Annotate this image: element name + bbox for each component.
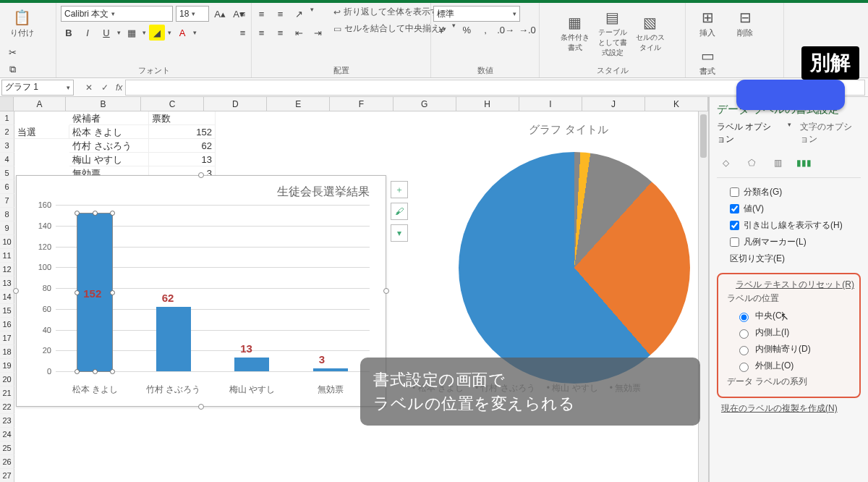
clone-current-link[interactable]: 現在のラベルの複製を作成(N) [717, 398, 861, 415]
col-head-F[interactable]: F [330, 97, 393, 111]
vertical-scrollbar[interactable] [698, 111, 708, 482]
underline-button[interactable]: U [98, 25, 114, 41]
chk-leader-input[interactable] [730, 221, 739, 230]
align-top-icon[interactable]: ≡ [235, 6, 251, 22]
col-head-A[interactable]: A [14, 97, 66, 111]
select-all-corner[interactable] [0, 97, 14, 111]
format-as-table-button[interactable]: ▤ テーブルとして書式設定 [595, 6, 630, 61]
row-head-4[interactable]: 4 [0, 153, 14, 166]
row-head-1[interactable]: 1 [0, 111, 14, 125]
tab-text-options[interactable]: 文字のオプション [800, 121, 861, 145]
percent-icon[interactable]: % [459, 22, 475, 38]
cut-icon[interactable]: ✂ [4, 44, 20, 60]
fx-icon[interactable]: fx [113, 83, 125, 93]
row-head-15[interactable]: 15 [0, 304, 14, 318]
chk-value[interactable]: 値(V) [717, 200, 861, 217]
bold-button[interactable]: B [61, 25, 77, 41]
fill-line-icon[interactable]: ◇ [717, 156, 734, 170]
insert-cells-button[interactable]: ⊞ 挿入 [690, 6, 725, 41]
data-label-2[interactable]: 13 [240, 342, 252, 355]
row-head-19[interactable]: 19 [0, 359, 14, 373]
chk-series-input[interactable] [730, 187, 739, 197]
separator-row[interactable]: 区切り文字(E) [717, 250, 861, 267]
bar-3[interactable] [313, 368, 348, 371]
pie-chart-title[interactable]: グラフ タイトル [453, 123, 684, 137]
font-name-select[interactable]: Calibri 本文▾ [61, 6, 173, 22]
row-head-25[interactable]: 25 [0, 441, 14, 455]
pie-chart-plot[interactable] [459, 152, 690, 384]
radio-inside-end[interactable]: 内側上(I) [723, 324, 855, 341]
resize-handle[interactable] [198, 404, 204, 410]
size-props-icon[interactable]: ▥ [769, 156, 786, 170]
row-head-21[interactable]: 21 [0, 386, 14, 400]
row-head-12[interactable]: 12 [0, 263, 14, 276]
chart-styles-button[interactable]: 🖌 [391, 203, 408, 220]
indent-dec-icon[interactable]: ⇤ [292, 25, 307, 41]
chk-leader-lines[interactable]: 引き出し線を表示する(H) [717, 217, 861, 234]
resize-handle[interactable] [383, 288, 389, 294]
cell-C3[interactable]: 62 [149, 139, 216, 153]
row-head-16[interactable]: 16 [0, 318, 14, 331]
inc-decimal-icon[interactable]: .0→ [496, 22, 515, 38]
row-head-9[interactable]: 9 [0, 221, 14, 235]
row-head-10[interactable]: 10 [0, 235, 14, 249]
bar-1[interactable] [156, 307, 191, 371]
fill-color-button[interactable]: ◢ [149, 25, 165, 41]
col-head-C[interactable]: C [141, 97, 204, 111]
increase-font-icon[interactable]: A▴ [212, 6, 228, 22]
conditional-format-button[interactable]: ▦ 条件付き書式 [558, 11, 592, 56]
row-head-17[interactable]: 17 [0, 331, 14, 345]
name-box[interactable]: グラフ 1▾ [1, 80, 74, 96]
cell-B4[interactable]: 梅山 やすし [69, 153, 149, 166]
row-head-14[interactable]: 14 [0, 290, 14, 304]
cell-C1[interactable]: 票数 [149, 111, 216, 125]
col-head-I[interactable]: I [519, 97, 582, 111]
row-head-6[interactable]: 6 [0, 180, 14, 194]
data-label-3[interactable]: 3 [319, 353, 325, 365]
radio-center[interactable]: 中央(C) ↖ [723, 308, 855, 324]
merge-center-button[interactable]: ▭ セルを結合して中央揃え ▾ [333, 22, 448, 35]
chk-legend-input[interactable] [730, 237, 739, 247]
align-bottom-icon[interactable]: ≡ [273, 6, 289, 22]
cell-B1[interactable]: 候補者 [69, 111, 149, 125]
radio-outside-end-input[interactable] [739, 363, 749, 372]
radio-inside-end-input[interactable] [739, 329, 749, 339]
copy-icon[interactable]: ⧉ [4, 62, 20, 77]
chk-series-name[interactable]: 分類名(G) [717, 184, 861, 200]
dec-decimal-icon[interactable]: →.0 [518, 22, 537, 38]
col-head-H[interactable]: H [456, 97, 519, 111]
orientation-icon[interactable]: ↗ [292, 6, 307, 22]
bar-chart-title[interactable]: 生徒会長選挙結果 [17, 176, 386, 200]
row-head-27[interactable]: 27 [0, 469, 14, 482]
align-middle-icon[interactable]: ≡ [254, 6, 270, 22]
data-label-1[interactable]: 62 [162, 292, 174, 304]
confirm-entry-icon[interactable]: ✓ [97, 83, 113, 93]
bar-chart-plot[interactable]: 02040608010012014016015262133 [56, 205, 370, 371]
cell-B3[interactable]: 竹村 さぶろう [69, 139, 149, 153]
chk-legend-key[interactable]: 凡例マーカー(L) [717, 234, 861, 250]
radio-inside-base[interactable]: 内側軸寄り(D) [723, 341, 855, 358]
align-right-icon[interactable]: ≡ [273, 25, 289, 41]
indent-inc-icon[interactable]: ⇥ [310, 25, 326, 41]
tab-label-options[interactable]: ラベル オプション [717, 121, 779, 145]
wrap-text-button[interactable]: ↩ 折り返して全体を表示する [333, 6, 448, 18]
delete-cells-button[interactable]: ⊟ 削除 [728, 6, 762, 41]
format-cells-button[interactable]: ▭ 書式 [690, 44, 725, 80]
row-head-5[interactable]: 5 [0, 166, 14, 180]
cell-styles-button[interactable]: ▧ セルのスタイル [633, 11, 668, 56]
font-color-button[interactable]: A [174, 25, 190, 41]
label-options-icon[interactable]: ▮▮▮ [795, 156, 812, 170]
row-head-22[interactable]: 22 [0, 400, 14, 414]
align-left-icon[interactable]: ≡ [235, 25, 251, 41]
row-head-7[interactable]: 7 [0, 194, 14, 208]
align-center-icon[interactable]: ≡ [254, 25, 270, 41]
effects-icon[interactable]: ⬠ [743, 156, 760, 170]
cell-C4[interactable]: 13 [149, 153, 216, 166]
cell-C2[interactable]: 152 [149, 125, 216, 139]
radio-inside-base-input[interactable] [739, 346, 749, 355]
italic-button[interactable]: I [80, 25, 95, 41]
radio-outside-end[interactable]: 外側上(O) [723, 358, 855, 374]
border-button[interactable]: ▦ [124, 25, 140, 41]
cell-A2[interactable]: 当選 [14, 125, 69, 139]
col-head-D[interactable]: D [204, 97, 267, 111]
